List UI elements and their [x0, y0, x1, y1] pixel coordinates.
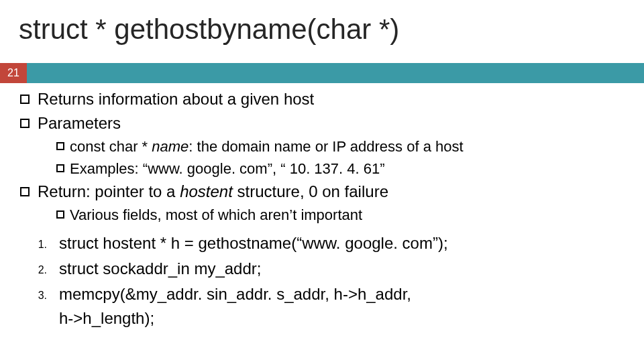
- slide: struct * gethostbyname(char *) 21 Return…: [0, 0, 644, 362]
- bullet-text: Various fields, most of which aren’t imp…: [70, 204, 362, 226]
- square-bullet-icon: [20, 187, 30, 196]
- text-fragment: structure, 0 on failure: [233, 182, 388, 200]
- bullet-text: const char * name: the domain name or IP…: [70, 135, 464, 158]
- list-item: 2. struct sockaddr_in my_addr;: [20, 257, 631, 281]
- bullet-level1: Parameters: [20, 111, 631, 135]
- bullet-level2: const char * name: the domain name or IP…: [56, 135, 631, 158]
- text-fragment: memcpy(&my_addr. sin_addr. s_addr, h->h_…: [59, 285, 411, 303]
- bullet-level1: Returns information about a given host: [20, 87, 631, 111]
- bullet-text: Returns information about a given host: [38, 87, 314, 111]
- numbered-list: 1. struct hostent * h = gethostname(“www…: [20, 231, 631, 330]
- text-fragment-italic: hostent: [180, 182, 233, 200]
- text-fragment: : the domain name or IP address of a hos…: [189, 138, 463, 155]
- square-bullet-icon: [56, 142, 64, 150]
- slide-body: Returns information about a given host P…: [20, 87, 631, 332]
- square-bullet-icon: [56, 164, 64, 172]
- bullet-text: Return: pointer to a hostent structure, …: [38, 180, 388, 204]
- text-fragment: const char *: [70, 138, 152, 155]
- list-item: 1. struct hostent * h = gethostname(“www…: [20, 231, 631, 255]
- slide-title: struct * gethostbyname(char *): [19, 13, 399, 46]
- text-fragment-italic: name: [152, 138, 189, 155]
- list-text: struct hostent * h = gethostname(“www. g…: [59, 231, 631, 255]
- bullet-level2: Various fields, most of which aren’t imp…: [56, 204, 631, 226]
- text-fragment: Return: pointer to a: [38, 182, 180, 200]
- list-number: 2.: [20, 262, 47, 278]
- text-fragment: h->h_length);: [59, 309, 154, 327]
- bullet-level2: Examples: “www. google. com”, “ 10. 137.…: [56, 158, 631, 180]
- bullet-text: Examples: “www. google. com”, “ 10. 137.…: [70, 158, 385, 180]
- square-bullet-icon: [20, 95, 30, 104]
- square-bullet-icon: [20, 119, 30, 128]
- accent-bar: [27, 63, 644, 83]
- list-number: 1.: [20, 237, 47, 253]
- bullet-text: Parameters: [38, 111, 121, 135]
- square-bullet-icon: [56, 210, 64, 219]
- list-number: 3.: [20, 288, 47, 304]
- list-text: struct sockaddr_in my_addr;: [59, 257, 631, 281]
- list-text: memcpy(&my_addr. sin_addr. s_addr, h->h_…: [59, 282, 631, 330]
- slide-number-badge: 21: [0, 63, 27, 83]
- list-item: 3. memcpy(&my_addr. sin_addr. s_addr, h-…: [20, 282, 631, 330]
- bullet-level1: Return: pointer to a hostent structure, …: [20, 180, 631, 204]
